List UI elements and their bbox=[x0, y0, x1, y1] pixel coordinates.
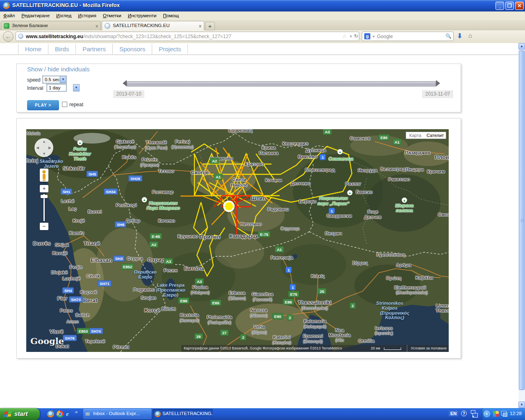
tab-strip: Зелени Балкани x SATELLITETRACKING.EU x … bbox=[0, 20, 525, 31]
start-button[interactable]: start bbox=[0, 408, 40, 420]
quicklaunch-chrome-icon[interactable] bbox=[57, 411, 64, 418]
map-label: Kolpos bbox=[382, 306, 398, 310]
road-badge: 27 bbox=[220, 330, 229, 336]
bookmark-star-icon[interactable]: ☆ bbox=[342, 33, 347, 39]
nav-sponsors[interactable]: Sponsors bbox=[113, 44, 152, 54]
engine-dropdown-icon[interactable]: ▼ bbox=[372, 35, 375, 39]
help-icon[interactable]: ? bbox=[461, 411, 467, 416]
menu-item[interactable]: Отметки bbox=[100, 12, 125, 18]
speed-select-arrow-icon[interactable]: ▼ bbox=[60, 76, 66, 83]
interval-select-arrow-icon[interactable]: ▼ bbox=[73, 84, 80, 91]
menu-item[interactable]: Помощ bbox=[160, 12, 182, 18]
slider-right-handle[interactable] bbox=[436, 80, 440, 87]
map-type-button[interactable]: Карта bbox=[406, 132, 425, 139]
play-button[interactable]: PLAY > bbox=[27, 100, 59, 110]
map-label: Sovjan bbox=[141, 295, 156, 300]
map-label: Krujë bbox=[73, 218, 84, 223]
map-label: Cërrik bbox=[86, 274, 100, 278]
timeline-slider[interactable] bbox=[127, 81, 436, 87]
map-label: Скопје bbox=[191, 169, 209, 176]
map-label: Кичево bbox=[158, 218, 175, 223]
menu-item[interactable]: Редактиране bbox=[18, 12, 53, 18]
menu-item[interactable]: История bbox=[75, 12, 100, 18]
pan-down-icon[interactable]: ▼ bbox=[42, 152, 46, 156]
tab2-close-icon[interactable]: x bbox=[199, 23, 201, 28]
road-badge: SH71 bbox=[98, 281, 112, 287]
menu-item[interactable]: Изглед bbox=[53, 12, 75, 18]
terms-link[interactable]: Условия за ползване bbox=[407, 345, 447, 352]
show-hide-individuals-link[interactable]: Show / hide individuals bbox=[27, 66, 90, 73]
zoom-slider-handle[interactable] bbox=[41, 195, 48, 198]
home-icon[interactable]: ⌂ bbox=[468, 32, 472, 39]
map-label: Гевгелија bbox=[271, 255, 293, 260]
minimize-button[interactable]: _ bbox=[495, 2, 504, 10]
tray-app-icon[interactable] bbox=[493, 411, 499, 417]
interval-select[interactable]: 1 day bbox=[47, 84, 66, 91]
nav-projects[interactable]: Projects bbox=[152, 44, 188, 54]
map-pan-control[interactable]: ▲ ▼ ◀ ▶ bbox=[34, 138, 53, 157]
url-dropdown-icon[interactable]: ▼ bbox=[349, 34, 353, 39]
search-bar[interactable]: g ▼ Google 🔍 bbox=[362, 32, 454, 41]
tray-network-icon[interactable] bbox=[501, 411, 507, 415]
tab-satellitetracking[interactable]: SATELLITETRACKING.EU x bbox=[102, 21, 204, 30]
nav-home[interactable]: Home bbox=[18, 44, 48, 54]
screen: SATELLITETRACKING.EU - Mozilla Firefox _… bbox=[0, 0, 525, 420]
menu-item[interactable]: Файл bbox=[0, 12, 18, 18]
google-engine-icon[interactable]: g bbox=[364, 33, 370, 39]
taskbar: start e » ✉ Inbox - Outlook Expr... SATE… bbox=[0, 408, 525, 420]
language-caret-icon[interactable]: ▼ bbox=[472, 415, 475, 418]
road-badge: SH6 bbox=[115, 221, 126, 228]
scrollbar-thumb[interactable] bbox=[519, 50, 525, 390]
start-label: start bbox=[14, 410, 28, 417]
scroll-down-icon[interactable]: ▼ bbox=[518, 402, 525, 408]
back-button[interactable]: ← bbox=[3, 31, 14, 42]
map-label: Berat bbox=[83, 297, 98, 304]
map-label: Bilisht bbox=[161, 306, 176, 311]
map-label: Πρώτη bbox=[386, 276, 402, 281]
tray-collapse-icon[interactable]: ‹ bbox=[484, 411, 490, 417]
restore-windows-icon[interactable] bbox=[471, 410, 475, 414]
tab1-close-icon[interactable]: x bbox=[96, 23, 98, 28]
satellite-type-button[interactable]: Сателит bbox=[425, 132, 446, 139]
map-label: Kastoria bbox=[180, 313, 199, 317]
close-button[interactable]: ✕ bbox=[515, 2, 524, 10]
bird-position-marker[interactable] bbox=[223, 201, 235, 212]
slider-left-handle[interactable] bbox=[123, 80, 127, 87]
pan-up-icon[interactable]: ▲ bbox=[42, 139, 46, 144]
downloads-icon[interactable]: ⬇ bbox=[457, 32, 462, 40]
menu-item[interactable]: Инструменти bbox=[125, 12, 160, 18]
zoom-in-button[interactable]: + bbox=[40, 185, 48, 192]
street-view-pegman[interactable] bbox=[40, 169, 48, 182]
map-label: Бујановац bbox=[228, 129, 252, 133]
maximize-button[interactable]: ❐ bbox=[505, 2, 514, 10]
tab-zeleni-balkani[interactable]: Зелени Балкани x bbox=[1, 21, 101, 30]
quicklaunch-more-icon[interactable]: » bbox=[75, 409, 78, 414]
map-label: Divjakë bbox=[51, 270, 68, 275]
map-label: (Θεσσαλονίκη) bbox=[301, 306, 328, 310]
search-icon[interactable]: 🔍 bbox=[445, 33, 452, 39]
vertical-scrollbar[interactable]: ▲ ▼ bbox=[518, 43, 525, 408]
taskbar-task-firefox[interactable]: SATELLITETRACKING... bbox=[153, 409, 213, 419]
map-label: Гостивар bbox=[152, 189, 173, 194]
repeat-checkbox[interactable] bbox=[62, 102, 67, 107]
zoom-out-button[interactable]: − bbox=[40, 223, 48, 230]
quicklaunch-firefox-icon[interactable] bbox=[47, 411, 54, 418]
language-indicator[interactable]: EN bbox=[449, 411, 458, 416]
scroll-up-icon[interactable]: ▲ bbox=[518, 43, 525, 50]
map-viewport[interactable]: MahalaБујановацParkuKombëtarThethGjakovë… bbox=[26, 129, 449, 352]
nav-birds[interactable]: Birds bbox=[48, 44, 76, 54]
road-badge: SH26 bbox=[128, 176, 142, 182]
outlook-icon: ✉ bbox=[85, 411, 91, 417]
pan-right-icon[interactable]: ▶ bbox=[48, 146, 51, 150]
nav-partners[interactable]: Partners bbox=[76, 44, 113, 54]
reload-icon[interactable]: ↻ bbox=[354, 33, 358, 39]
map-label: Jezero bbox=[44, 164, 59, 169]
quicklaunch-ie-icon[interactable]: e bbox=[66, 411, 73, 418]
map-label: Кюстендил bbox=[282, 141, 308, 146]
new-tab-button[interactable]: + bbox=[205, 22, 215, 30]
address-bar[interactable]: www.satellitetracking.eu/inds/showmap/?c… bbox=[16, 32, 359, 41]
taskbar-task-outlook[interactable]: ✉ Inbox - Outlook Expr... bbox=[83, 409, 151, 419]
tab2-favicon bbox=[105, 23, 110, 29]
pan-left-icon[interactable]: ◀ bbox=[36, 146, 39, 150]
road-badge: A2 bbox=[149, 242, 158, 248]
